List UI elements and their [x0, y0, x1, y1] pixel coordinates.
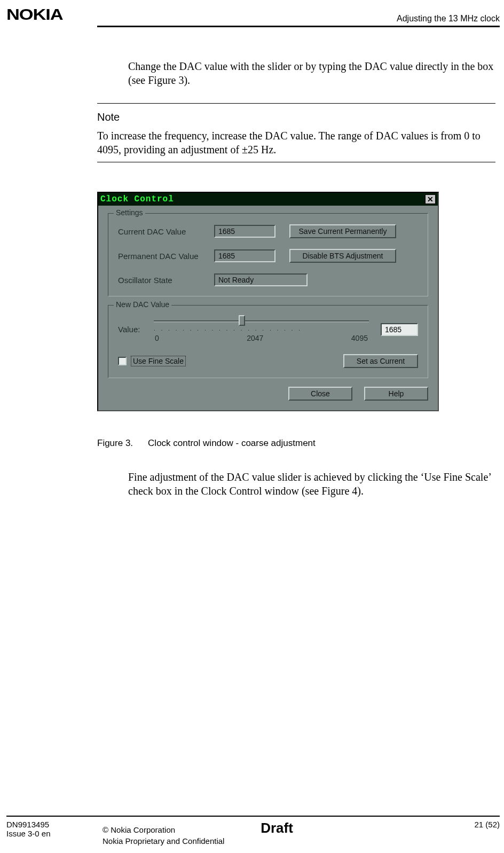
header-rule	[97, 26, 500, 27]
page: NOKIA Adjusting the 13 MHz clock Change …	[0, 0, 504, 498]
footer-rule	[6, 816, 500, 817]
oscillator-state-label: Oscillator State	[118, 276, 214, 285]
permanent-dac-row: Permanent DAC Value 1685 Disable BTS Adj…	[118, 249, 418, 263]
oscillator-state-value: Not Ready	[214, 273, 308, 286]
save-current-button[interactable]: Save Current Permanently	[289, 224, 396, 238]
slider-thumb[interactable]	[239, 315, 245, 326]
fine-scale-checkbox[interactable]: Use Fine Scale	[118, 356, 186, 366]
note-heading: Note	[97, 111, 495, 123]
disable-bts-button[interactable]: Disable BTS Adjustment	[289, 249, 396, 263]
close-button[interactable]: Close	[288, 387, 352, 401]
note-body: To increase the frequency, increase the …	[97, 129, 495, 156]
current-dac-value: 1685	[214, 225, 275, 238]
footer-left: DN9913495 Issue 3-0 en	[6, 820, 103, 838]
note-rule-bottom	[97, 162, 495, 162]
dac-value-input[interactable]: 1685	[381, 323, 418, 336]
current-dac-row: Current DAC Value 1685 Save Current Perm…	[118, 224, 418, 238]
oscillator-state-row: Oscillator State Not Ready	[118, 273, 418, 286]
page-section-title: Adjusting the 13 MHz clock	[397, 14, 500, 24]
fine-scale-row: Use Fine Scale Set as Current	[118, 354, 418, 368]
figure-3-caption: Figure 3. Clock control window - coarse …	[97, 438, 495, 449]
page-number: 21 (52)	[474, 820, 500, 829]
page-footer: DN9913495 Issue 3-0 en © Nokia Corporati…	[6, 816, 500, 846]
slider-ticks: . . . . . . . . . . . . . . . . . . . . …	[154, 326, 369, 333]
confidential: Nokia Proprietary and Confidential	[103, 836, 474, 846]
clock-control-window: Clock Control ✕ Settings Current DAC Val…	[97, 192, 439, 411]
window-title: Clock Control	[100, 194, 174, 204]
value-slider-row: Value: . . . . . . . . . . . . . . . . .…	[118, 316, 418, 342]
close-icon[interactable]: ✕	[425, 194, 436, 204]
footer-row: DN9913495 Issue 3-0 en © Nokia Corporati…	[6, 820, 500, 846]
window-body: Settings Current DAC Value 1685 Save Cur…	[98, 206, 438, 410]
help-button[interactable]: Help	[364, 387, 428, 401]
outro-paragraph: Fine adjustment of the DAC value slider …	[128, 470, 495, 498]
draft-status: Draft	[261, 820, 293, 836]
current-dac-label: Current DAC Value	[118, 227, 214, 236]
note-rule-top	[97, 103, 495, 104]
fine-scale-label: Use Fine Scale	[131, 356, 186, 366]
body-column: Change the DAC value with the slider or …	[97, 59, 495, 498]
doc-issue: Issue 3-0 en	[6, 829, 103, 838]
value-label: Value:	[118, 325, 147, 334]
page-header: NOKIA Adjusting the 13 MHz clock	[6, 5, 500, 26]
figure-caption-prefix: Figure 3.	[97, 438, 133, 449]
dialog-buttons: Close Help	[108, 387, 428, 401]
figure-3: Clock Control ✕ Settings Current DAC Val…	[97, 192, 495, 411]
dac-slider[interactable]: . . . . . . . . . . . . . . . . . . . . …	[154, 316, 374, 342]
intro-paragraph: Change the DAC value with the slider or …	[128, 59, 495, 87]
slider-max-label: 4095	[351, 334, 368, 342]
permanent-dac-label: Permanent DAC Value	[118, 252, 214, 261]
settings-legend: Settings	[114, 208, 145, 217]
new-dac-legend: New DAC Value	[114, 300, 171, 309]
window-titlebar[interactable]: Clock Control ✕	[98, 193, 438, 206]
new-dac-group: New DAC Value Value: . . . . . . . . . .…	[108, 305, 428, 378]
permanent-dac-value: 1685	[214, 249, 275, 262]
copyright: © Nokia Corporation	[103, 825, 175, 834]
slider-mid-label: 2047	[247, 334, 263, 342]
set-as-current-button[interactable]: Set as Current	[343, 354, 418, 368]
settings-group: Settings Current DAC Value 1685 Save Cur…	[108, 213, 428, 296]
footer-middle: © Nokia Corporation Draft Nokia Propriet…	[103, 820, 474, 846]
slider-track[interactable]	[154, 318, 369, 324]
slider-tick-labels: 0 2047 4095	[154, 333, 369, 342]
figure-caption-text: Clock control window - coarse adjustment	[148, 438, 316, 449]
checkbox-icon[interactable]	[118, 357, 127, 365]
nokia-logo: NOKIA	[6, 5, 62, 24]
doc-id: DN9913495	[6, 820, 103, 829]
slider-min-label: 0	[155, 334, 159, 342]
slider-line	[154, 320, 369, 322]
footer-right: 21 (52)	[474, 820, 500, 829]
